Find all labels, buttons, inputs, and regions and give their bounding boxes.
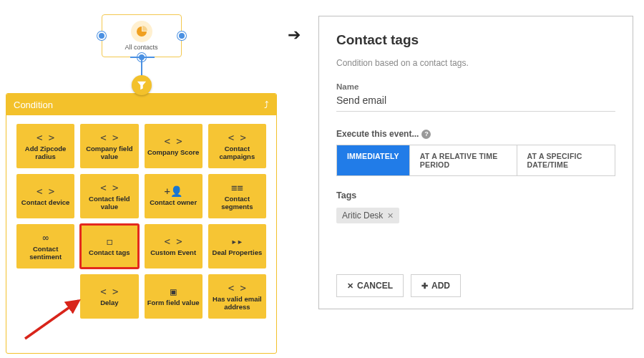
tile-icon: < >: [228, 132, 246, 143]
condition-header: Condition ⤴: [6, 94, 276, 115]
canvas-area: All contacts: [0, 0, 283, 93]
tile-icon: < >: [164, 236, 182, 247]
tile-label: Add Zipcode radius: [19, 145, 72, 161]
tile-icon: < >: [228, 282, 246, 294]
tile-label: Form field value: [147, 299, 200, 307]
tile-icon: < >: [100, 182, 118, 193]
campaign-builder-panel: All contacts Condition ⤴ < >Add Zipcode …: [0, 0, 283, 358]
condition-tile[interactable]: ∞Contact sentiment: [16, 224, 74, 268]
tile-icon: < >: [36, 185, 54, 197]
condition-tile[interactable]: ≡≡Contact segments: [208, 174, 266, 218]
condition-tile[interactable]: < >Contact campaigns: [208, 124, 266, 168]
tag-chip[interactable]: Aritic Desk✕: [336, 208, 399, 223]
tile-label: Contact field value: [83, 195, 135, 211]
tile-label: Delay: [100, 299, 118, 307]
add-button[interactable]: ✚ ADD: [411, 274, 461, 297]
tile-icon: < >: [100, 286, 118, 297]
tags-label: Tags: [336, 190, 615, 200]
pie-icon: [131, 21, 152, 42]
timing-option[interactable]: IMMEDIATELY: [337, 145, 410, 175]
condition-tile[interactable]: +👤Contact owner: [145, 174, 203, 218]
tile-icon: +👤: [164, 185, 182, 197]
condition-tile[interactable]: < >Add Zipcode radius: [16, 124, 74, 168]
condition-tile[interactable]: ◻Contact tags: [80, 224, 138, 268]
tags-area[interactable]: Aritic Desk✕: [336, 208, 615, 223]
tile-label: Deal Properties: [213, 249, 263, 257]
tile-label: Contact sentiment: [19, 246, 72, 261]
modal-title: Contact tags: [336, 32, 615, 48]
condition-tile[interactable]: < >Company field value: [80, 124, 138, 168]
condition-tile[interactable]: < >Has valid email address: [208, 274, 266, 319]
tile-icon: ▸▸: [231, 236, 243, 247]
tile-icon: < >: [36, 132, 54, 143]
tile-icon: ▣: [170, 286, 176, 297]
tile-icon: ≡≡: [231, 182, 243, 193]
condition-tile[interactable]: < >Company Score: [145, 124, 203, 168]
start-node[interactable]: All contacts: [102, 14, 182, 57]
connector-line: [141, 57, 142, 77]
cancel-button-label: CANCEL: [357, 281, 393, 291]
name-input-wrap: [336, 94, 615, 112]
contact-tags-modal: Contact tags Condition based on a contac…: [318, 16, 633, 309]
plus-icon: ✚: [421, 281, 428, 291]
condition-tile[interactable]: < >Contact device: [16, 174, 74, 218]
name-input[interactable]: [336, 95, 615, 106]
timing-segmented-control: IMMEDIATELYAT A RELATIVE TIME PERIODAT A…: [336, 145, 615, 176]
condition-title: Condition: [14, 100, 53, 110]
tile-label: Company field value: [83, 145, 135, 161]
timing-option[interactable]: AT A SPECIFIC DATE/TIME: [517, 145, 615, 175]
tile-icon: < >: [164, 135, 182, 147]
tile-label: Custom Event: [150, 249, 196, 257]
tile-icon: < >: [100, 132, 118, 143]
tile-label: Company Score: [147, 149, 199, 157]
add-button-label: ADD: [431, 281, 450, 291]
tile-icon: ◻: [107, 236, 112, 247]
flow-arrow-icon: ➔: [288, 26, 301, 44]
tile-label: Contact device: [21, 199, 70, 207]
modal-description: Condition based on a contact tags.: [336, 58, 615, 68]
modal-actions: ✕ CANCEL ✚ ADD: [336, 274, 461, 297]
close-icon: ✕: [347, 281, 353, 291]
tile-label: Contact campaigns: [211, 145, 263, 161]
tag-chip-label: Aritic Desk: [342, 211, 383, 221]
tile-label: Has valid email address: [211, 296, 263, 311]
condition-tile[interactable]: < >Contact field value: [80, 174, 138, 218]
condition-connector-node[interactable]: [132, 75, 152, 95]
condition-tile[interactable]: ▣Form field value: [145, 274, 203, 319]
tile-label: Contact owner: [150, 199, 197, 207]
remove-tag-icon[interactable]: ✕: [387, 211, 394, 221]
execute-label: Execute this event... ?: [336, 129, 615, 139]
help-icon[interactable]: ?: [421, 130, 431, 139]
condition-tile[interactable]: < >Custom Event: [145, 224, 203, 268]
annotation-arrow: [21, 292, 89, 342]
start-node-label: All contacts: [125, 44, 157, 51]
tile-label: Contact tags: [89, 249, 130, 257]
condition-tile[interactable]: ▸▸Deal Properties: [208, 224, 266, 268]
name-label: Name: [336, 82, 615, 91]
timing-option[interactable]: AT A RELATIVE TIME PERIOD: [410, 145, 517, 175]
node-handle-right[interactable]: [177, 32, 186, 40]
tile-label: Contact segments: [211, 195, 263, 211]
execute-label-text: Execute this event...: [336, 129, 419, 139]
cancel-button[interactable]: ✕ CANCEL: [336, 274, 404, 297]
node-handle-left[interactable]: [97, 32, 106, 40]
tile-icon: ∞: [42, 232, 48, 243]
collapse-arrow-icon[interactable]: ⤴: [264, 100, 269, 110]
